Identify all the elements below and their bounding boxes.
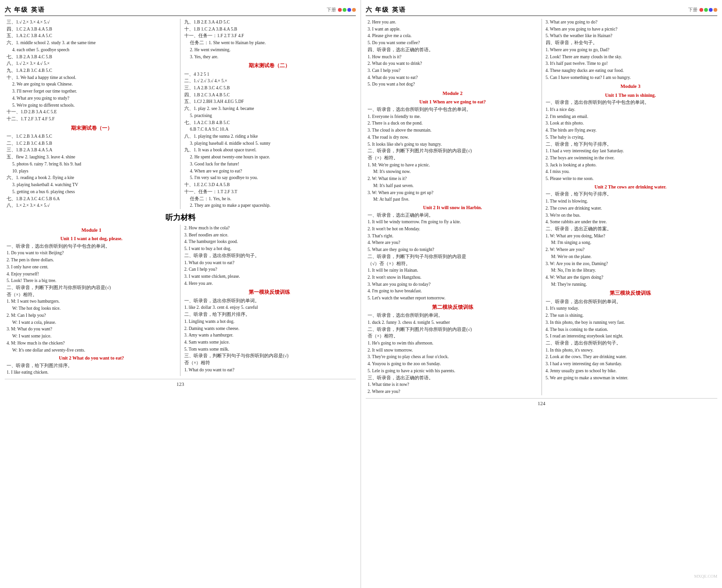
content-line: W: The hot dog looks nice. — [7, 305, 176, 312]
content-line: 2. We are going to speak Chinese. — [7, 81, 176, 88]
content-line: 二、听录音，判断下列句子与你所听到的内容是 — [368, 253, 538, 260]
content-line: Unit 1 The sun is shining. — [546, 92, 716, 99]
content-line: 二、听录音，选出你所听到的句子。 — [184, 252, 354, 259]
left-logo-area: 下册 — [327, 7, 356, 13]
content-line: 1. I like eating chicken. — [7, 369, 176, 376]
content-line: 1. Everyone is friendly to me. — [368, 113, 538, 120]
content-line: 十二、1.T 2.F 3.T 4.F 5.F — [7, 116, 176, 123]
content-line: 1. What time is it now? — [368, 381, 538, 388]
content-line: 5. The baby is crying. — [546, 134, 716, 141]
content-line: 3. Yes, they are. — [184, 54, 354, 61]
content-line: M: It's half past seven. — [368, 182, 538, 189]
content-line: 1. It will be windy tomorrow. I'm going … — [368, 219, 538, 226]
content-line: M: I'm singing a song. — [546, 239, 716, 246]
content-line: 一、听录音，选出你所听到的句子中包含的单词。 — [546, 99, 716, 106]
content-line: 5. photos 6. rainy 7. bring 8. his 9. ha… — [7, 161, 176, 168]
content-line: 3. playing baseball 4. middle school 5. … — [184, 140, 354, 147]
content-line: 九、1.A 2.B 3.C 4.B 5.C — [7, 67, 176, 74]
content-line: 1. like 2. dollar 3. cent 4. enjoy 5. ca… — [184, 304, 354, 311]
content-line: 4. The birds are flying away. — [546, 127, 716, 134]
content-line: M: They're running. — [546, 281, 716, 288]
content-line: 4. What do you want to eat? — [368, 74, 538, 81]
content-line: 1. What do you want to eat? — [184, 259, 354, 267]
content-line: Unit 2 The cows are drinking water. — [546, 183, 716, 191]
content-line: 五、1.CJ 2.BH 3.AH 4.EG 5.DF — [184, 98, 354, 105]
content-line: 2. I'm sending an email. — [546, 113, 716, 120]
content-line: 2. Where are you? — [368, 388, 538, 395]
content-line: 第二模块反馈训练 — [368, 304, 538, 311]
content-line: 4. The bus is coming to the station. — [546, 326, 716, 333]
right-page-header: 六 年级 英语 下册 — [366, 6, 717, 16]
content-line: 四、听录音，补全句子。 — [546, 39, 716, 47]
content-line: 1. He's going to swim this afternoon. — [368, 340, 538, 347]
content-line: 3. Good luck for the future! — [184, 161, 354, 168]
content-line: 1. In this photo, it's snowy. — [546, 347, 716, 354]
content-line: 七、1.B 2.A 3.B 4.C 5.B — [7, 54, 176, 61]
right-page-num: 124 — [366, 398, 717, 406]
content-line: 一、听录音，选出你所听到的句子中包含的单词。 — [368, 106, 538, 113]
content-line: W: It's one dollar and seventy-five cent… — [7, 347, 176, 354]
content-line: 3. We're on the bus. — [546, 212, 716, 219]
content-line: 4. Sam wants some juice. — [184, 339, 354, 346]
content-line: M: We're on the plane. — [546, 253, 716, 260]
content-line: 4. Enjoy yourself! — [7, 271, 176, 278]
content-line: 2. Look at the cows. They are drinking w… — [546, 353, 716, 361]
content-line: 十一、1.D 2.B 3.A 4.C 5.E — [7, 109, 176, 116]
dot-orange — [352, 8, 356, 12]
content-line: 一、1.C 2.B 3.A 4.B 5.C — [7, 133, 176, 140]
right-logo-area: 下册 — [688, 7, 717, 13]
content-line: 4. Please give me a cola. — [368, 32, 538, 39]
content-line: 3. I only have one cent. — [7, 264, 176, 271]
content-line: 1. duck 2. funny 3. chess 4. tonight 5. … — [368, 319, 538, 326]
dot-blue — [347, 8, 351, 12]
content-line: 任务二：1. She went to Hainan by plane. — [184, 39, 354, 47]
content-line: 十一、任务一：1.F 2.T 3.F 4.F — [184, 32, 354, 39]
content-line: 5. Lele is going to have a picnic with h… — [368, 368, 538, 375]
content-line: 三、1.√ 2.× 3.× 4.× 5.√ — [7, 19, 176, 26]
content-line: 5. Can I have something to eat? I am so … — [546, 74, 716, 81]
content-line: 2. What do you want to drink? — [368, 60, 538, 67]
content-line: 否（×）相符。 — [368, 333, 538, 340]
content-line: 五、flew 2. laughing 3. leave 4. shine — [7, 154, 176, 161]
content-line: 2. They are going to make a paper spaces… — [184, 202, 354, 209]
content-line: 七、1.A 2.C 3.B 4.B 5.C — [184, 119, 354, 126]
content-line: Unit 2 What do you want to eat? — [7, 354, 176, 362]
right-sub-label: 下册 — [688, 7, 698, 13]
r-dot-green — [704, 8, 708, 12]
content-line: 5. It looks like she's going to stay hun… — [368, 141, 538, 148]
content-line: 6.B 7.C 8.A 9.C 10.A — [184, 126, 354, 133]
content-line: 二、听录音，选出正确的答案。 — [546, 226, 716, 233]
content-line: 一、听录音，给下列图片排序。 — [7, 362, 176, 369]
content-line: 八、1. playing the sunna 2. riding a bike — [184, 133, 354, 140]
content-line: 4. I miss you. — [546, 168, 716, 175]
logo-dots — [338, 8, 356, 12]
content-line: 2. How much is the cola? — [184, 225, 354, 232]
content-line: 二、1.√ 2.√ 3.√ 4.× 5.× — [184, 78, 354, 85]
content-line: Unit 1 When are we going to eat? — [368, 98, 538, 106]
content-line: 六、1. reading a book 2. flying a kite — [7, 174, 176, 181]
content-line: 七、1.B 2.A 3.C 4.C 5.B 6.A — [7, 196, 176, 203]
content-line: Module 1 — [7, 227, 176, 234]
left-page-num: 123 — [5, 379, 356, 387]
content-line: 5. Look! There is a big tree. — [7, 277, 176, 284]
content-line: 1. It's sunny today. — [546, 305, 716, 312]
content-line: 期末测试卷（一） — [7, 125, 176, 132]
content-line: 三、听录音，判断下列句子与你所听到的内容是(√) — [184, 353, 354, 360]
content-line: 2. Look! There are many clouds in the sk… — [546, 54, 716, 61]
content-line: 十、1.E 2.C 3.D 4.A 5.B — [184, 181, 354, 188]
content-line: 1. I had a very interesting day last Sat… — [546, 148, 716, 155]
content-line: 4. W: What are the tigers doing? — [546, 274, 716, 281]
content-line: 否（×）相符 — [184, 360, 354, 367]
content-line: 4. The hamburger looks good. — [184, 238, 354, 245]
content-line: 八、1.√ 2.× 3.× 4.√ 5.× — [7, 60, 176, 67]
hearing-title: 听力材料 — [5, 213, 356, 223]
content-line: 3. playing basketball 4. watching TV — [7, 181, 176, 188]
content-line: 3. They're going to play chess at four o… — [368, 353, 538, 361]
content-line: 四、听录音，选出正确的答语。 — [368, 47, 538, 54]
r-dot-blue — [709, 8, 713, 12]
content-line: 5. practising — [184, 112, 354, 119]
content-line: M: It's snowing now. — [368, 168, 538, 175]
content-line: 一、听录音，选出正确的单词。 — [368, 212, 538, 219]
content-line: 一、4 3 2 5 1 — [184, 71, 354, 78]
left-upper-content: 三、1.√ 2.× 3.× 4.× 5.√四、1.C 2.A 3.B 4.A 5… — [5, 19, 356, 209]
